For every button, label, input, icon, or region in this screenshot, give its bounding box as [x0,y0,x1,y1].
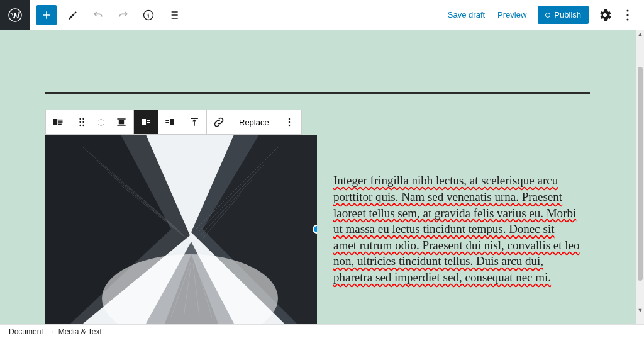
drag-icon [75,116,88,128]
redo-button[interactable] [112,4,135,26]
breadcrumb-separator-icon: → [47,327,55,336]
block-breadcrumb: Document → Media & Text [0,324,644,338]
svg-rect-20 [165,120,169,121]
settings-button[interactable] [594,4,616,26]
gear-icon [597,8,613,23]
breadcrumb-root[interactable]: Document [9,327,43,336]
drag-handle-button[interactable] [70,110,94,134]
scroll-up-icon[interactable]: ▲ [636,30,644,38]
edit-mode-button[interactable] [62,4,84,26]
media-right-button[interactable] [158,110,182,134]
editor-canvas[interactable]: ︿ ﹀ [0,30,636,324]
topbar-right: Save draft Preview Publish [441,4,639,26]
scroll-down-icon[interactable]: ▼ [636,307,644,314]
chevron-up-icon: ︿ [98,115,104,122]
editor-topbar: Save draft Preview Publish [0,0,644,30]
preview-button[interactable]: Preview [491,6,533,23]
block-type-button[interactable] [46,110,70,134]
svg-rect-21 [165,122,169,123]
svg-point-3 [626,14,628,16]
more-options-button[interactable] [616,4,639,26]
link-icon [213,116,225,128]
block-toolbar: ︿ ﹀ [45,110,302,135]
link-button[interactable] [207,110,231,134]
media-left-icon [140,116,152,128]
text-column[interactable]: Integer fringilla nibh lectus, at sceler… [317,161,590,297]
svg-point-13 [79,125,80,126]
undo-button[interactable] [87,4,109,26]
separator-block[interactable] [45,92,590,94]
wordpress-logo[interactable] [0,0,30,30]
status-dot-icon [545,13,550,18]
media-left-button[interactable] [134,110,158,134]
svg-rect-15 [119,121,124,124]
block-movers[interactable]: ︿ ﹀ [94,110,109,134]
svg-rect-7 [58,121,63,123]
media-text-icon [52,116,64,128]
breadcrumb-current[interactable]: Media & Text [58,327,102,336]
svg-rect-5 [53,119,58,125]
add-block-button[interactable] [36,5,57,25]
svg-rect-16 [142,119,146,125]
outline-button[interactable] [162,4,185,26]
svg-point-12 [82,121,84,123]
save-draft-button[interactable]: Save draft [441,6,491,23]
canvas-wrap: ︿ ﹀ [0,30,644,324]
scrollbar[interactable]: ▲ ▼ [636,30,644,324]
svg-point-11 [79,121,80,123]
kebab-icon [620,8,635,23]
svg-point-10 [82,118,84,120]
svg-rect-19 [170,119,174,125]
svg-point-24 [288,125,290,127]
chevron-down-icon: ﹀ [98,122,104,129]
kebab-icon [283,116,296,128]
align-button[interactable] [109,110,133,134]
details-button[interactable] [137,4,160,26]
paragraph-content[interactable]: Integer fringilla nibh lectus, at sceler… [333,172,580,285]
topbar-left [0,0,186,30]
resize-handle[interactable] [313,225,317,234]
replace-button[interactable]: Replace [231,118,277,127]
svg-rect-6 [58,120,63,121]
vertical-align-button[interactable] [182,110,206,134]
svg-point-2 [626,9,628,11]
skyscrapers-image [45,135,317,324]
svg-point-14 [82,125,84,126]
svg-point-9 [79,118,80,120]
media-text-block[interactable]: Integer fringilla nibh lectus, at sceler… [45,135,590,324]
valign-top-icon [188,116,201,128]
svg-rect-18 [147,122,150,123]
svg-point-23 [288,121,290,123]
svg-point-22 [288,118,290,120]
media-image[interactable] [45,135,317,324]
svg-point-4 [626,18,628,20]
scrollbar-thumb[interactable] [638,67,643,281]
align-icon [115,116,128,128]
publish-label: Publish [554,10,581,20]
svg-rect-17 [147,120,150,121]
media-right-icon [164,116,176,128]
publish-button[interactable]: Publish [538,6,589,24]
block-more-button[interactable] [277,110,301,134]
svg-rect-8 [58,124,62,125]
